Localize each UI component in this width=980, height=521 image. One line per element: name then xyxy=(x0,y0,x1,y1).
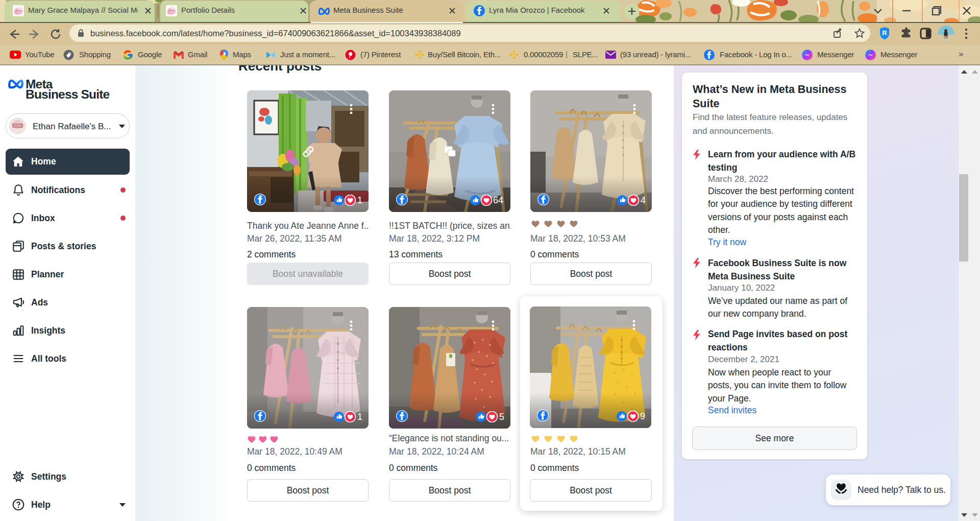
svg-text:R: R xyxy=(882,29,887,37)
svg-text:ETHAN: ETHAN xyxy=(14,125,21,127)
